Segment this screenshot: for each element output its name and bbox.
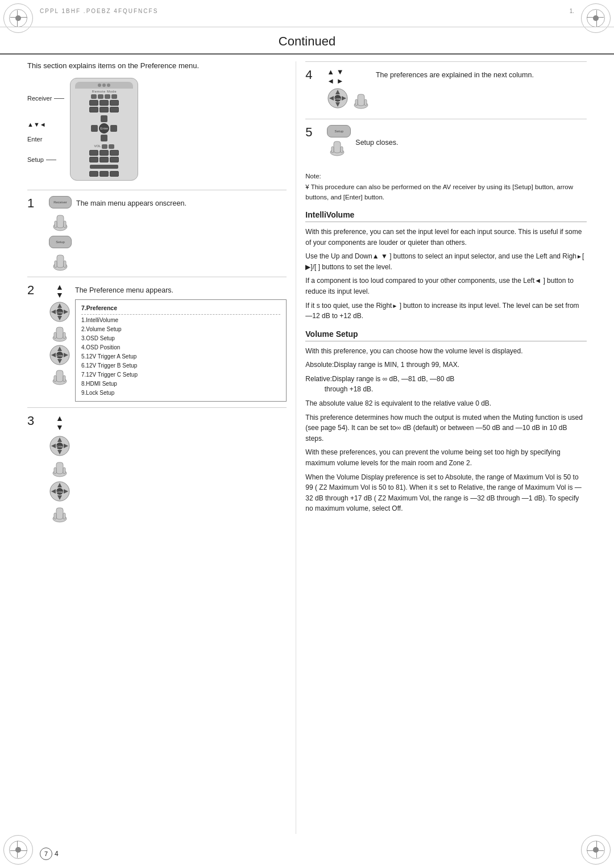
page-number: 1. <box>570 8 574 14</box>
arrows-label-item: ▲▼◄ <box>27 121 64 128</box>
remote-btn-4 <box>89 107 98 112</box>
remote-btn-14 <box>99 171 109 177</box>
svg-rect-6 <box>55 261 57 268</box>
hand-press-icon-3 <box>49 325 70 342</box>
step-1: 1 Receiver Se <box>27 190 287 277</box>
remote-btn-8 <box>99 150 109 156</box>
svg-rect-49 <box>56 508 63 519</box>
svg-rect-65 <box>331 147 334 153</box>
remote-btn-9 <box>110 150 119 156</box>
nav-cluster: Enter <box>75 115 133 141</box>
receiver-label-item: Receiver <box>27 95 64 102</box>
enter-label-item: Enter <box>27 136 64 143</box>
intelli-para-1: With this preference, you can set the in… <box>305 227 587 248</box>
vol-label: VOL <box>94 144 101 149</box>
menu-item-2: 2.Volume Setup <box>81 325 280 334</box>
remote-row-4 <box>75 150 133 156</box>
remote-row-1 <box>75 94 133 99</box>
intelli-para-2: Use the Up and Down▲ ▼ ] buttons to sele… <box>305 251 587 272</box>
step-1-inner: Receiver Setup <box>49 196 287 271</box>
remote-btn-5 <box>99 107 109 112</box>
menu-item-6: 6.12V Trigger B Setup <box>81 361 280 370</box>
menu-item-8: 8.HDMI Setup <box>81 379 280 389</box>
remote-row-6 <box>75 171 133 177</box>
dpad-right <box>110 125 117 132</box>
remote-btn-12 <box>110 157 119 162</box>
svg-rect-39 <box>54 468 56 474</box>
volume-para-3: Relative:Display range is ∞ dB, —81 dB, … <box>305 374 587 395</box>
svg-text:Enter: Enter <box>334 97 341 101</box>
remote-row-vol: VOL <box>75 144 133 149</box>
step-5-inner: Setup Setup closes. <box>327 125 587 158</box>
remote-btn-sm-4 <box>111 94 117 99</box>
step-1-content: Receiver Setup <box>49 196 287 271</box>
svg-rect-1 <box>57 215 64 228</box>
receiver-button-icon: Receiver <box>49 196 72 208</box>
footer-number-2: 4 <box>55 850 59 858</box>
svg-text:Enter: Enter <box>56 490 63 494</box>
svg-rect-2 <box>55 221 57 228</box>
intelli-para-3: If a component is too loud compared to y… <box>305 276 587 297</box>
setup-icon-5: Setup <box>327 125 351 137</box>
svg-rect-16 <box>56 327 63 339</box>
intelli-para-4: If it s too quiet, use the Right► ] butt… <box>305 301 587 322</box>
enter-icon-2: Enter <box>49 344 70 366</box>
step-4-icons: ▲ ▼◄ ► Enter <box>327 68 371 111</box>
svg-rect-28 <box>54 375 56 382</box>
volume-setup-heading: Volume Setup <box>305 329 587 341</box>
step-2-number: 2 <box>27 283 43 298</box>
svg-rect-66 <box>341 147 343 153</box>
intro-text: This section explains items on the Prefe… <box>27 61 287 70</box>
nav-cluster-inner: Enter <box>91 115 117 141</box>
step-4: 4 ▲ ▼◄ ► Enter <box>305 61 587 119</box>
note-section: Note: ¥ This procedure can also be perfo… <box>305 172 587 202</box>
step-3-content: ▲▼ Enter <box>49 414 287 523</box>
remote-btn-11 <box>99 157 109 162</box>
dpad-up <box>101 115 107 122</box>
svg-rect-17 <box>54 332 56 339</box>
menu-item-9: 9.Lock Setup <box>81 389 280 398</box>
hand-press-icon-5 <box>49 460 70 477</box>
volume-para-4: The absolute value 82 is equivalent to t… <box>305 398 587 409</box>
page-title: Continued <box>0 34 614 55</box>
crop-mark-br <box>581 835 604 858</box>
remote-row-3 <box>75 107 133 112</box>
step-4-content: ▲ ▼◄ ► Enter <box>327 68 587 111</box>
svg-rect-60 <box>358 94 364 106</box>
step-3-inner: ▲▼ Enter <box>49 414 287 523</box>
menu-item-1: 1.IntelliVolume <box>81 316 280 325</box>
remote-vol-dn <box>109 144 114 149</box>
footer-number-circle: 7 <box>40 848 52 860</box>
svg-rect-5 <box>57 255 64 268</box>
step-4-inner: ▲ ▼◄ ► Enter <box>327 68 587 111</box>
remote-btn-15 <box>110 171 119 177</box>
remote-btn-2 <box>99 100 109 106</box>
menu-title: 7.Preference <box>81 303 280 313</box>
svg-rect-50 <box>54 513 56 519</box>
receiver-label-line <box>54 98 64 99</box>
remote-btn-sm-1 <box>91 94 97 99</box>
intelli-volume-heading: IntelliVolume <box>305 210 587 222</box>
svg-rect-62 <box>364 99 367 106</box>
hand-press-icon-8 <box>327 139 347 156</box>
volume-para-5: This preference determines how much the … <box>305 412 587 444</box>
preference-menu-box: 7.Preference 1.IntelliVolume 2.Volume Se… <box>75 299 287 402</box>
step-2-icons: ▲▼ Enter <box>49 283 70 385</box>
menu-divider <box>81 314 280 315</box>
svg-rect-7 <box>64 261 66 268</box>
step-3-arrows: ▲▼ <box>56 414 64 432</box>
step-5: 5 Setup Setup closes. <box>305 119 587 166</box>
step-1-text: The main menu appears onscreen. <box>76 198 186 209</box>
step-3: 3 ▲▼ Enter <box>27 407 287 528</box>
dpad-left <box>91 125 98 132</box>
dpad-icon-3b: Enter <box>49 481 70 502</box>
step-4-number: 4 <box>305 68 321 82</box>
hand-press-icon-1 <box>50 213 70 231</box>
note-text: ¥ This procedure can also be performed o… <box>305 182 587 202</box>
svg-rect-51 <box>63 513 65 519</box>
header-meta: CPPL 1BHF .POEBZ 4FQUFNCFS <box>40 8 158 14</box>
step-2-right: The Preference menu appears. 7.Preferenc… <box>75 283 287 402</box>
enter-center-btn: Enter <box>99 123 109 133</box>
remote-long-btn <box>90 165 118 169</box>
step-1-number: 1 <box>27 196 43 211</box>
